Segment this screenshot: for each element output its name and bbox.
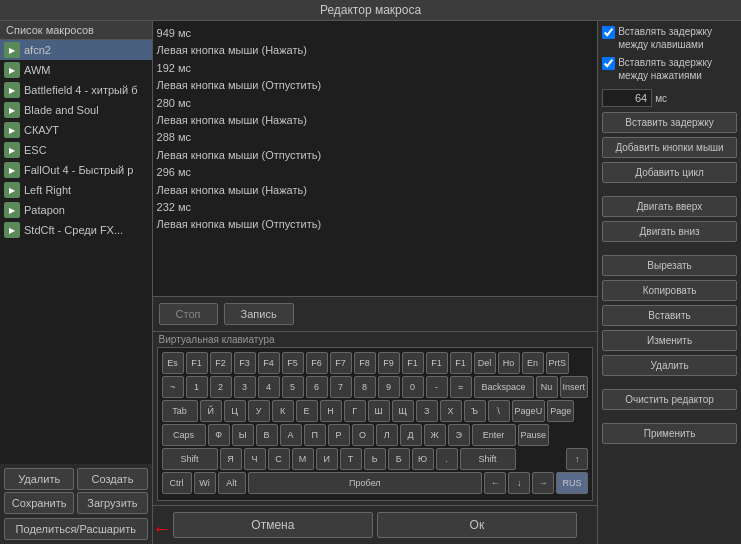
key-e[interactable]: Е (296, 400, 318, 422)
key-f3[interactable]: F3 (234, 352, 256, 374)
delay-value-input[interactable] (602, 89, 652, 107)
macro-list[interactable]: ▶ afcn2 ▶ AWM ▶ Battlefield 4 - хитрый б… (0, 40, 152, 464)
list-item[interactable]: ▶ Patapon (0, 200, 152, 220)
key-k[interactable]: К (272, 400, 294, 422)
key-arrow-left[interactable]: ← (484, 472, 506, 494)
key-win[interactable]: Wi (194, 472, 216, 494)
move-down-button[interactable]: Двигать вниз (602, 221, 737, 242)
key-t-ru[interactable]: Т (340, 448, 362, 470)
key-equals[interactable]: = (450, 376, 472, 398)
key-shift-left[interactable]: Shift (162, 448, 218, 470)
cancel-button[interactable]: Отмена (173, 512, 373, 538)
key-f12[interactable]: F1 (450, 352, 472, 374)
key-shch[interactable]: Щ (392, 400, 414, 422)
key-pgup[interactable]: PageU (512, 400, 546, 422)
key-8[interactable]: 8 (354, 376, 376, 398)
key-tilde[interactable]: ~ (162, 376, 184, 398)
clear-editor-button[interactable]: Очистить редактор (602, 389, 737, 410)
list-item[interactable]: ▶ Blade and Soul (0, 100, 152, 120)
key-7[interactable]: 7 (330, 376, 352, 398)
key-soft-ru[interactable]: Ь (364, 448, 386, 470)
ok-button[interactable]: Ок (377, 512, 577, 538)
list-item[interactable]: ▶ FallOut 4 - Быстрый р (0, 160, 152, 180)
key-3[interactable]: 3 (234, 376, 256, 398)
key-hard[interactable]: Ъ (464, 400, 486, 422)
key-1[interactable]: 1 (186, 376, 208, 398)
key-6[interactable]: 6 (306, 376, 328, 398)
insert-delay-button[interactable]: Вставить задержку (602, 112, 737, 133)
key-o-ru[interactable]: О (352, 424, 374, 446)
key-f5[interactable]: F5 (282, 352, 304, 374)
paste-button[interactable]: Вставить (602, 305, 737, 326)
key-yu-ru[interactable]: Ю (412, 448, 434, 470)
key-backslash[interactable]: \ (488, 400, 510, 422)
key-b-ru[interactable]: Б (388, 448, 410, 470)
key-f2[interactable]: F2 (210, 352, 232, 374)
list-item[interactable]: ▶ afcn2 (0, 40, 152, 60)
key-minus[interactable]: - (426, 376, 448, 398)
key-shift-right[interactable]: Shift (460, 448, 516, 470)
key-enter[interactable]: Enter (472, 424, 516, 446)
list-item[interactable]: ▶ AWM (0, 60, 152, 80)
key-v-ru[interactable]: В (256, 424, 278, 446)
key-z[interactable]: З (416, 400, 438, 422)
key-ts[interactable]: Ц (224, 400, 246, 422)
key-h[interactable]: Х (440, 400, 462, 422)
key-tab[interactable]: Tab (162, 400, 198, 422)
cut-button[interactable]: Вырезать (602, 255, 737, 276)
key-caps[interactable]: Caps (162, 424, 206, 446)
key-ch-ru[interactable]: Ч (244, 448, 266, 470)
key-4[interactable]: 4 (258, 376, 280, 398)
key-5[interactable]: 5 (282, 376, 304, 398)
key-arrow-up[interactable]: ↑ (566, 448, 588, 470)
key-end[interactable]: En (522, 352, 544, 374)
key-insert[interactable]: Insert (560, 376, 589, 398)
key-prtsc[interactable]: PrtS (546, 352, 570, 374)
delete-button[interactable]: Удалить (602, 355, 737, 376)
key-f11[interactable]: F1 (426, 352, 448, 374)
list-item[interactable]: ▶ StdCft - Среди FX... (0, 220, 152, 240)
delete-macro-button[interactable]: Удалить (4, 468, 74, 490)
key-space[interactable]: Пробел (248, 472, 483, 494)
key-f6[interactable]: F6 (306, 352, 328, 374)
key-d-ru[interactable]: Д (400, 424, 422, 446)
record-button[interactable]: Запись (224, 303, 294, 325)
key-9[interactable]: 9 (378, 376, 400, 398)
editor-area[interactable]: 949 мс Левая кнопка мыши (Нажать) 192 мс… (153, 21, 598, 297)
key-f7[interactable]: F7 (330, 352, 352, 374)
copy-button[interactable]: Копировать (602, 280, 737, 301)
key-f4[interactable]: F4 (258, 352, 280, 374)
key-sh[interactable]: Ш (368, 400, 390, 422)
key-i-ru[interactable]: И (316, 448, 338, 470)
key-y-ru[interactable]: Ы (232, 424, 254, 446)
key-pgdn[interactable]: Page (547, 400, 574, 422)
key-numlock[interactable]: Nu (536, 376, 558, 398)
key-f9[interactable]: F9 (378, 352, 400, 374)
save-macro-button[interactable]: Сохранить (4, 492, 74, 514)
key-ya-ru[interactable]: Я (220, 448, 242, 470)
key-home[interactable]: Ho (498, 352, 520, 374)
key-alt[interactable]: Alt (218, 472, 246, 494)
stop-button[interactable]: Стоп (159, 303, 218, 325)
checkbox-delay-presses[interactable] (602, 57, 615, 70)
key-m-ru[interactable]: М (292, 448, 314, 470)
key-a-ru[interactable]: А (280, 424, 302, 446)
key-p-ru[interactable]: П (304, 424, 326, 446)
apply-button[interactable]: Применить (602, 423, 737, 444)
key-f-ru[interactable]: Ф (208, 424, 230, 446)
key-j[interactable]: Й (200, 400, 222, 422)
list-item[interactable]: ▶ Battlefield 4 - хитрый б (0, 80, 152, 100)
key-esc[interactable]: Es (162, 352, 184, 374)
key-r-ru[interactable]: Р (328, 424, 350, 446)
modify-button[interactable]: Изменить (602, 330, 737, 351)
checkbox-delay-keys[interactable] (602, 26, 615, 39)
key-dot[interactable]: . (436, 448, 458, 470)
key-e-ru[interactable]: Э (448, 424, 470, 446)
key-ctrl[interactable]: Ctrl (162, 472, 192, 494)
key-f10[interactable]: F1 (402, 352, 424, 374)
key-0[interactable]: 0 (402, 376, 424, 398)
key-pause[interactable]: Pause (518, 424, 550, 446)
key-n[interactable]: Н (320, 400, 342, 422)
add-mouse-button[interactable]: Добавить кнопки мыши (602, 137, 737, 158)
key-g[interactable]: Г (344, 400, 366, 422)
